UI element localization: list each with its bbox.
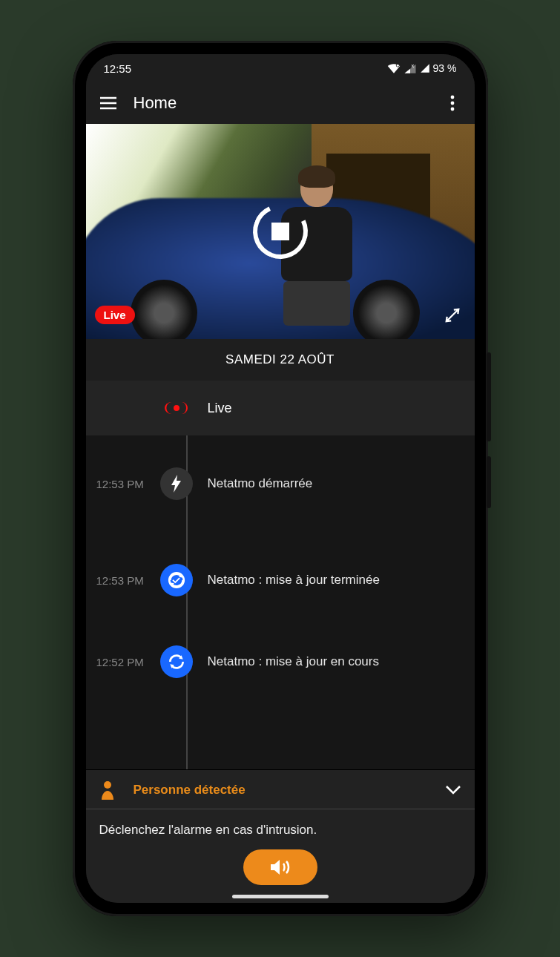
more-vertical-icon (450, 95, 455, 111)
network-icon (420, 63, 430, 73)
detection-label: Personne détectée (134, 783, 445, 798)
sync-complete-icon (160, 564, 193, 596)
live-badge: Live (95, 306, 135, 324)
page-title: Home (134, 93, 441, 113)
event-label: Netatmo démarrée (208, 476, 313, 491)
svg-point-5 (450, 108, 454, 111)
svg-point-4 (450, 102, 454, 105)
detection-panel: Personne détectée Déclenchez l'alarme en… (86, 769, 475, 903)
wifi-icon (387, 63, 401, 73)
timeline-event-row[interactable]: 12:52 PM Netatmo : mise à jour en cours (86, 628, 475, 695)
event-time: 12:53 PM (96, 478, 160, 490)
battery-percent: 93 % (433, 62, 457, 74)
camera-preview[interactable]: Live (86, 124, 475, 339)
speaker-icon (269, 858, 291, 877)
fullscreen-button[interactable] (441, 303, 464, 327)
phone-frame: 12:55 x 93 % Home (73, 41, 488, 916)
side-button (487, 352, 491, 441)
event-label: Netatmo : mise à jour terminée (208, 573, 380, 588)
status-time: 12:55 (104, 62, 132, 75)
live-icon (165, 397, 188, 419)
app-bar: Home (86, 82, 475, 124)
svg-point-1 (396, 65, 398, 67)
home-indicator[interactable] (232, 895, 329, 898)
loading-spinner (253, 204, 308, 259)
bolt-icon (160, 467, 193, 500)
timeline-live-row[interactable]: Live (86, 381, 475, 435)
trigger-alarm-button[interactable] (243, 849, 317, 885)
status-bar: 12:55 x 93 % (86, 54, 475, 82)
svg-point-3 (450, 96, 454, 99)
svg-point-7 (104, 781, 111, 789)
screen: 12:55 x 93 % Home (86, 54, 475, 903)
person-icon (99, 780, 116, 800)
svg-text:x: x (411, 63, 414, 69)
signal-icon: x (403, 63, 417, 73)
event-time: 12:53 PM (96, 574, 160, 587)
timeline-event-row[interactable]: 12:53 PM Netatmo démarrée (86, 435, 475, 532)
event-label: Netatmo : mise à jour en cours (208, 654, 379, 669)
menu-button[interactable] (96, 91, 120, 115)
sync-progress-icon (160, 645, 193, 678)
date-header: SAMEDI 22 AOÛT (86, 339, 475, 381)
hamburger-icon (99, 96, 117, 110)
live-label: Live (208, 401, 232, 416)
side-button (487, 456, 491, 508)
expand-icon (444, 307, 461, 323)
alarm-hint: Déclenchez l'alarme en cas d'intrusion. (86, 809, 475, 849)
event-time: 12:52 PM (96, 656, 160, 668)
timeline-event-row[interactable]: 12:53 PM Netatmo : mise à jour terminée (86, 532, 475, 628)
scene-wheel (131, 280, 197, 339)
chevron-down-icon (445, 785, 461, 795)
status-icons: x 93 % (387, 62, 457, 74)
more-button[interactable] (441, 91, 464, 115)
event-timeline[interactable]: Live 12:53 PM Netatmo démarrée 12:53 PM … (86, 381, 475, 769)
detection-header[interactable]: Personne détectée (86, 770, 475, 809)
